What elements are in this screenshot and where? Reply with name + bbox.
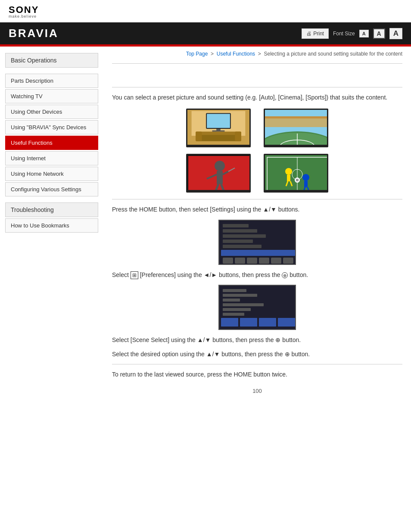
print-button[interactable]: 🖨 Print	[302, 28, 329, 39]
breadcrumb-current: Selecting a picture and sound setting su…	[264, 51, 402, 57]
scene-sports	[264, 154, 328, 193]
svg-rect-5	[212, 131, 225, 132]
scene-tv-room	[186, 109, 251, 147]
svg-rect-36	[304, 181, 308, 187]
svg-rect-3	[207, 114, 230, 128]
bravia-title: BRAVIA	[9, 27, 59, 40]
svg-rect-63	[278, 318, 295, 327]
music-svg	[187, 155, 251, 193]
bravia-banner: BRAVIA 🖨 Print Font Size A A A	[0, 22, 411, 44]
sidebar-item-using-internet[interactable]: Using Internet	[5, 151, 98, 165]
room-svg	[187, 109, 249, 147]
breadcrumb-top-page[interactable]: Top Page	[186, 51, 208, 57]
settings-screen-svg	[219, 221, 296, 265]
content-area: Top Page > Useful Functions > Selecting …	[103, 47, 411, 411]
svg-rect-49	[247, 258, 257, 264]
divider-2	[112, 87, 402, 87]
print-icon: 🖨	[306, 31, 311, 37]
svg-rect-41	[223, 224, 249, 227]
svg-rect-8	[196, 131, 202, 141]
scene-images-row-2	[112, 154, 402, 193]
make-believe-text: make.believe	[9, 15, 402, 19]
sidebar: Basic Operations Parts Description Watch…	[0, 47, 103, 411]
svg-rect-47	[223, 258, 233, 264]
prefs-screen-mockup	[218, 285, 296, 330]
svg-rect-48	[235, 258, 245, 264]
svg-rect-46	[221, 250, 295, 256]
breadcrumb-useful-functions[interactable]: Useful Functions	[217, 51, 255, 57]
sony-header: SONY make.believe	[0, 0, 411, 22]
scene-music	[186, 154, 251, 193]
svg-rect-44	[223, 240, 253, 243]
scene-stadium	[264, 109, 328, 147]
page-number: 100	[112, 388, 402, 403]
svg-rect-19	[217, 171, 223, 184]
svg-point-35	[302, 174, 309, 181]
svg-rect-27	[265, 155, 328, 193]
svg-rect-57	[223, 303, 264, 306]
sidebar-group-main: Basic Operations	[5, 53, 98, 68]
divider-4	[112, 364, 402, 364]
sony-logo: SONY make.believe	[9, 5, 402, 19]
svg-rect-56	[223, 299, 240, 302]
step1-label: Press the HOME button, then select [Sett…	[112, 206, 300, 213]
svg-rect-32	[287, 175, 290, 181]
svg-rect-55	[223, 294, 257, 297]
step1-text: Press the HOME button, then select [Sett…	[112, 205, 402, 214]
svg-rect-52	[283, 258, 293, 264]
svg-point-18	[215, 161, 225, 171]
circle-button-icon: ⊕	[282, 272, 288, 278]
intro-text: You can select a preset picture and soun…	[112, 93, 402, 102]
settings-screen-mockup	[218, 220, 296, 265]
main-layout: Basic Operations Parts Description Watch…	[0, 47, 411, 411]
banner-controls: 🖨 Print Font Size A A A	[302, 28, 402, 39]
font-medium-button[interactable]: A	[373, 28, 385, 39]
svg-rect-7	[196, 131, 241, 135]
scene-images-row-1	[112, 109, 402, 147]
sidebar-item-basic-operations[interactable]: Basic Operations	[5, 53, 98, 68]
sidebar-item-troubleshooting[interactable]: Troubleshooting	[5, 202, 98, 217]
sidebar-item-how-to-use[interactable]: How to Use Bookmarks	[5, 218, 98, 233]
svg-rect-45	[223, 245, 262, 248]
sidebar-item-using-other-devices[interactable]: Using Other Devices	[5, 105, 98, 119]
svg-rect-51	[271, 258, 281, 264]
preferences-icon: ⊞	[131, 271, 138, 279]
svg-rect-54	[223, 289, 246, 292]
sidebar-item-using-home-network[interactable]: Using Home Network	[5, 167, 98, 181]
sidebar-item-using-bravia-sync[interactable]: Using "BRAVIA" Sync Devices	[5, 120, 98, 134]
svg-rect-9	[235, 131, 241, 141]
svg-rect-50	[259, 258, 269, 264]
step4-text: Select the desired option using the ▲/▼ …	[112, 349, 402, 359]
sidebar-item-configuring-various[interactable]: Configuring Various Settings	[5, 182, 98, 196]
svg-rect-60	[221, 318, 238, 327]
prefs-screen-svg	[219, 286, 296, 330]
step2-pref-label: [Preferences]	[140, 271, 176, 278]
svg-rect-16	[265, 116, 328, 118]
sports-svg	[265, 155, 328, 193]
font-large-button[interactable]: A	[389, 28, 402, 39]
svg-point-31	[285, 168, 292, 175]
svg-rect-42	[223, 229, 257, 233]
divider-1	[112, 63, 402, 64]
stadium-svg	[265, 110, 328, 147]
step2-text: Select ⊞ [Preferences] using the ◄/► but…	[112, 270, 402, 280]
scene-stadium-visual	[265, 110, 327, 145]
svg-rect-59	[223, 313, 244, 316]
print-label: Print	[313, 31, 324, 37]
scene-room-visual	[187, 110, 249, 145]
step3-text: Select [Scene Select] using the ▲/▼ butt…	[112, 335, 402, 345]
divider-3	[112, 199, 402, 199]
step1-image	[112, 220, 402, 265]
svg-rect-58	[223, 308, 251, 311]
sidebar-group-troubleshooting: Troubleshooting How to Use Bookmarks	[5, 202, 98, 233]
breadcrumb: Top Page > Useful Functions > Selecting …	[112, 51, 402, 57]
svg-rect-61	[240, 318, 257, 327]
sidebar-item-useful-functions[interactable]: Useful Functions	[5, 136, 98, 150]
font-small-button[interactable]: A	[359, 30, 369, 37]
sidebar-item-parts-description[interactable]: Parts Description	[5, 74, 98, 88]
return-note: To return to the last viewed source, pre…	[112, 370, 402, 379]
sony-text: SONY	[9, 5, 402, 15]
sidebar-item-watching-tv[interactable]: Watching TV	[5, 89, 98, 103]
step2-image	[112, 285, 402, 330]
font-size-label: Font Size	[333, 31, 355, 37]
